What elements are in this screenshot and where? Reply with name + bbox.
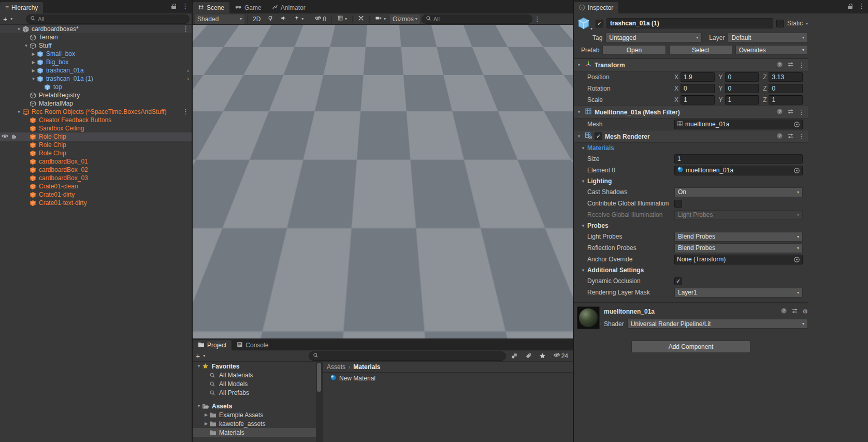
component-header-mesh-renderer[interactable]: ▼✓Mesh Renderer?⋮: [574, 130, 808, 143]
z-field[interactable]: 3.13: [769, 72, 803, 82]
hierarchy-item-materialmap[interactable]: MaterialMap: [0, 99, 192, 108]
y-field[interactable]: 0: [725, 72, 759, 82]
scene-visibility-toggle[interactable]: 0: [312, 14, 329, 24]
foldout-lighting[interactable]: ▼Lighting: [574, 176, 808, 186]
component-kebab-icon[interactable]: ⋮: [798, 62, 805, 68]
hierarchy-item-cardboardboxes[interactable]: ▼cardboardboxes*⋮: [0, 25, 192, 33]
scene-kebab-menu-icon[interactable]: ⋮: [534, 16, 541, 22]
scene-effects-toggle[interactable]: ▾: [291, 14, 306, 24]
file-item-new-material[interactable]: New Material: [323, 374, 573, 383]
x-field[interactable]: 0: [681, 84, 715, 93]
prefab-cube-icon[interactable]: ▾: [577, 17, 592, 30]
search-by-label-button[interactable]: [523, 351, 534, 361]
shader-dropdown[interactable]: Universal Render Pipeline/Lit▾: [627, 319, 808, 329]
hierarchy-item-trashcan-01a-1[interactable]: ▼trashcan_01a (1)›: [0, 75, 192, 83]
project-tree-item-all-materials[interactable]: All Materials: [193, 371, 316, 379]
checkbox-contribute-global-illumination[interactable]: [674, 200, 682, 208]
checkbox-dynamic-occlusion[interactable]: ✓: [674, 277, 682, 285]
object-picker-icon[interactable]: [793, 121, 800, 128]
gear-icon[interactable]: ⚙: [802, 308, 808, 315]
gizmo-lock-icon[interactable]: [566, 30, 571, 35]
foldout-arrow[interactable]: ▶: [203, 421, 209, 426]
persp-control[interactable]: < Persp: [539, 72, 561, 79]
effects-dropdown-arrow[interactable]: ▾: [301, 17, 303, 21]
project-tree-item-example-assets[interactable]: ▶Example Assets: [193, 410, 316, 419]
hierarchy-item-rec-room-objects-spacetime-boxesandstuff[interactable]: ▼Rec Room Objects (^SpaceTime.BoxesAndSt…: [0, 108, 192, 116]
hierarchy-item-small-box[interactable]: ▶Small_box: [0, 50, 192, 58]
tab-scene[interactable]: Scene: [193, 2, 229, 13]
prefab-select-button[interactable]: Select: [669, 45, 732, 55]
scene-camera-button[interactable]: ▾: [372, 14, 388, 24]
scene-search-input[interactable]: All: [422, 14, 532, 24]
foldout-arrow[interactable]: ▼: [196, 364, 202, 369]
scene-viewport[interactable]: y x z < Persp: [193, 25, 573, 338]
hierarchy-item-crate01-clean[interactable]: Crate01-clean: [0, 182, 192, 190]
inspector-lock-icon[interactable]: [848, 4, 853, 9]
row-kebab-icon[interactable]: ⋮: [182, 26, 189, 32]
add-component-button[interactable]: Add Component: [631, 341, 750, 353]
scene-grid-toggle[interactable]: ▾: [335, 14, 350, 24]
breadcrumb-materials[interactable]: Materials: [353, 363, 380, 371]
hierarchy-item-sandbox-ceiling[interactable]: Sandbox Ceiling: [0, 124, 192, 132]
component-kebab-icon[interactable]: ⋮: [798, 109, 805, 115]
dropdown-cast-shadows[interactable]: On▾: [674, 187, 803, 197]
layer-dropdown[interactable]: Default▾: [728, 33, 808, 42]
icon-dropdown-arrow[interactable]: ▾: [590, 26, 592, 31]
prefab-overrides-dropdown[interactable]: Overrides▾: [735, 45, 808, 55]
prefab-open-button[interactable]: Open: [602, 45, 666, 55]
tab-console[interactable]: Console: [232, 340, 273, 350]
help-icon[interactable]: ?: [776, 108, 783, 116]
project-scrollbar[interactable]: [316, 362, 322, 442]
component-tools-button[interactable]: [355, 14, 367, 24]
foldout-arrow[interactable]: ▼: [30, 77, 37, 81]
tag-dropdown[interactable]: Untagged▾: [605, 33, 702, 42]
foldout-arrow[interactable]: ▶: [30, 52, 37, 56]
axis-z-label[interactable]: z: [541, 40, 544, 47]
hierarchy-item-role-chip[interactable]: Role Chip: [0, 141, 192, 149]
component-kebab-icon[interactable]: ⋮: [798, 134, 805, 140]
text-field-size[interactable]: 1: [674, 154, 803, 164]
static-dropdown-arrow[interactable]: ▾: [806, 21, 808, 26]
prefab-open-chevron[interactable]: ›: [187, 76, 189, 82]
presets-icon[interactable]: [791, 307, 798, 316]
hierarchy-item-stuff[interactable]: ▼Stuff: [0, 41, 192, 50]
dropdown-rendering-layer-mask[interactable]: Layer1▾: [674, 288, 803, 298]
component-header-transform[interactable]: ▼Transform?⋮: [574, 58, 808, 71]
create-button[interactable]: +: [2, 15, 8, 23]
help-icon[interactable]: ?: [776, 61, 783, 69]
presets-icon[interactable]: [787, 132, 794, 141]
project-hidden-count[interactable]: 24: [551, 351, 571, 361]
project-tree-item-assets[interactable]: ▼Assets: [193, 402, 316, 410]
help-icon[interactable]: ?: [776, 132, 783, 141]
axis-y-label[interactable]: y: [555, 25, 558, 31]
foldout-arrow[interactable]: ▶: [30, 60, 37, 65]
hierarchy-item-cardboardbox-02[interactable]: cardboardBox_02: [0, 166, 192, 174]
prefab-open-chevron[interactable]: ›: [187, 67, 189, 73]
hierarchy-item-top[interactable]: top: [0, 83, 192, 91]
hierarchy-item-trashcan-01a[interactable]: ▶trashcan_01a›: [0, 66, 192, 75]
project-create-dropdown-arrow[interactable]: ▾: [203, 353, 205, 358]
component-foldout-arrow[interactable]: ▼: [577, 134, 582, 139]
visibility-eye-icon[interactable]: [1, 133, 9, 141]
tab-project[interactable]: Project: [193, 340, 232, 350]
lock-icon[interactable]: [171, 4, 177, 9]
foldout-arrow[interactable]: ▼: [23, 43, 30, 48]
tab-game[interactable]: Game: [229, 2, 267, 13]
scene-lighting-toggle[interactable]: [265, 14, 276, 24]
kebab-menu-icon[interactable]: ⋮: [182, 3, 189, 9]
favorites-star-button[interactable]: [537, 351, 548, 361]
object-picker-icon[interactable]: [793, 256, 800, 263]
hierarchy-search-input[interactable]: All: [26, 14, 190, 24]
foldout-additional-settings[interactable]: ▼Additional Settings: [574, 265, 808, 275]
hierarchy-item-big-box[interactable]: ▶Big_box: [0, 58, 192, 66]
dropdown-reflection-probes[interactable]: Blend Probes▾: [674, 243, 803, 253]
project-tree-item-kawetofe-assets[interactable]: ▶kawetofe_assets: [193, 419, 316, 428]
y-field[interactable]: 1: [725, 95, 759, 105]
project-tree-item-materials[interactable]: Materials: [193, 428, 316, 437]
gizmos-dropdown[interactable]: Gizmos ▾: [390, 14, 420, 24]
project-tree-item-all-models[interactable]: All Models: [193, 379, 316, 388]
component-enabled-checkbox[interactable]: ✓: [595, 132, 602, 140]
presets-icon[interactable]: [787, 61, 794, 69]
foldout-arrow[interactable]: ▼: [196, 404, 202, 408]
grid-dropdown-arrow[interactable]: ▾: [345, 17, 347, 21]
